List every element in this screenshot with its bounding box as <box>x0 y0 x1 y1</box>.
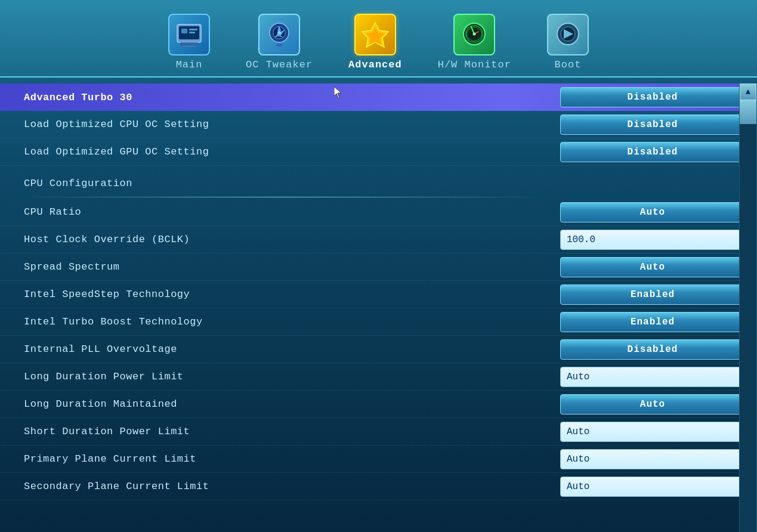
section-header-cpu-config: CPU Configuration <box>0 166 757 193</box>
setting-row-secondary-plane-current[interactable]: Secondary Plane Current Limit Auto <box>0 473 757 500</box>
main-content: Advanced Turbo 30 Disabled Load Optimize… <box>0 78 757 532</box>
setting-value-long-duration-power[interactable]: Auto <box>560 367 745 387</box>
nav-item-boot[interactable]: Boot <box>547 14 589 70</box>
top-navigation: Main OC Tweaker Advanced <box>0 0 757 78</box>
nav-label-hw-monitor: H/W Monitor <box>438 59 511 70</box>
section-title-cpu-config: CPU Configuration <box>24 178 132 189</box>
nav-item-oc-tweaker[interactable]: OC Tweaker <box>246 14 313 70</box>
hw-monitor-icon <box>453 14 495 55</box>
svg-point-15 <box>473 33 476 36</box>
nav-label-oc-tweaker: OC Tweaker <box>246 59 313 70</box>
setting-row-spread-spectrum[interactable]: Spread Spectrum Auto <box>0 253 757 281</box>
setting-row-load-optimized-gpu[interactable]: Load Optimized GPU OC Setting Disabled <box>0 138 757 166</box>
setting-row-cpu-ratio[interactable]: CPU Ratio Auto <box>0 199 757 226</box>
nav-label-boot: Boot <box>555 59 582 70</box>
setting-label-load-optimized-cpu: Load Optimized CPU OC Setting <box>24 119 560 130</box>
svg-rect-2 <box>181 29 187 33</box>
scrollbar[interactable]: ▲ <box>739 83 757 532</box>
setting-row-long-duration-power[interactable]: Long Duration Power Limit Auto <box>0 363 757 391</box>
setting-row-internal-pll[interactable]: Internal PLL Overvoltage Disabled <box>0 336 757 363</box>
setting-label-cpu-ratio: CPU Ratio <box>24 206 560 218</box>
setting-label-intel-speedstep: Intel SpeedStep Technology <box>24 289 560 300</box>
setting-label-intel-turbo-boost: Intel Turbo Boost Technology <box>24 316 560 327</box>
cpu-config-divider <box>0 193 757 199</box>
setting-value-cpu-ratio[interactable]: Auto <box>560 202 745 222</box>
scrollbar-track <box>740 100 756 532</box>
setting-label-spread-spectrum: Spread Spectrum <box>24 261 560 273</box>
svg-point-9 <box>277 31 281 35</box>
setting-value-primary-plane-current[interactable]: Auto <box>560 449 745 469</box>
setting-row-host-clock[interactable]: Host Clock Override (BCLK) 100.0 <box>0 226 757 253</box>
nav-label-advanced: Advanced <box>348 59 402 70</box>
main-icon <box>168 14 210 55</box>
setting-label-load-optimized-gpu: Load Optimized GPU OC Setting <box>24 146 560 157</box>
setting-value-short-duration-power[interactable]: Auto <box>560 422 745 442</box>
setting-row-intel-speedstep[interactable]: Intel SpeedStep Technology Enabled <box>0 281 757 308</box>
setting-row-advanced-turbo-30[interactable]: Advanced Turbo 30 Disabled <box>0 83 757 111</box>
settings-container: Advanced Turbo 30 Disabled Load Optimize… <box>0 83 757 532</box>
setting-value-load-optimized-gpu[interactable]: Disabled <box>560 142 745 162</box>
scrollbar-up-button[interactable]: ▲ <box>740 83 756 100</box>
setting-row-load-optimized-cpu[interactable]: Load Optimized CPU OC Setting Disabled <box>0 111 757 138</box>
boot-icon <box>547 14 589 55</box>
oc-tweaker-icon <box>258 14 300 55</box>
nav-item-hw-monitor[interactable]: H/W Monitor <box>438 14 511 70</box>
setting-row-primary-plane-current[interactable]: Primary Plane Current Limit Auto <box>0 446 757 473</box>
setting-value-host-clock[interactable]: 100.0 <box>560 230 745 250</box>
setting-value-load-optimized-cpu[interactable]: Disabled <box>560 115 745 135</box>
nav-label-main: Main <box>176 59 203 70</box>
svg-rect-4 <box>189 32 195 33</box>
advanced-icon <box>354 14 396 55</box>
setting-value-advanced-turbo-30[interactable]: Disabled <box>560 87 745 107</box>
setting-label-host-clock: Host Clock Override (BCLK) <box>24 234 560 245</box>
setting-row-intel-turbo-boost[interactable]: Intel Turbo Boost Technology Enabled <box>0 308 757 336</box>
setting-label-advanced-turbo-30: Advanced Turbo 30 <box>24 92 560 103</box>
svg-rect-3 <box>189 29 197 30</box>
setting-row-long-duration-maintained[interactable]: Long Duration Maintained Auto <box>0 391 757 418</box>
nav-item-main[interactable]: Main <box>168 14 210 70</box>
setting-value-secondary-plane-current[interactable]: Auto <box>560 477 745 497</box>
setting-label-short-duration-power: Short Duration Power Limit <box>24 426 560 437</box>
setting-label-long-duration-power: Long Duration Power Limit <box>24 371 560 382</box>
setting-value-intel-speedstep[interactable]: Enabled <box>560 284 745 305</box>
svg-rect-10 <box>276 44 282 47</box>
setting-row-short-duration-power[interactable]: Short Duration Power Limit Auto <box>0 418 757 446</box>
scrollbar-thumb[interactable] <box>740 100 756 124</box>
svg-rect-6 <box>180 42 198 46</box>
setting-value-internal-pll[interactable]: Disabled <box>560 339 745 360</box>
setting-value-intel-turbo-boost[interactable]: Enabled <box>560 312 745 332</box>
setting-label-secondary-plane-current: Secondary Plane Current Limit <box>24 481 560 492</box>
setting-label-internal-pll: Internal PLL Overvoltage <box>24 344 560 355</box>
setting-label-long-duration-maintained: Long Duration Maintained <box>24 398 560 410</box>
setting-value-spread-spectrum[interactable]: Auto <box>560 257 745 277</box>
setting-value-long-duration-maintained[interactable]: Auto <box>560 394 745 415</box>
nav-item-advanced[interactable]: Advanced <box>348 14 402 70</box>
setting-label-primary-plane-current: Primary Plane Current Limit <box>24 453 560 465</box>
